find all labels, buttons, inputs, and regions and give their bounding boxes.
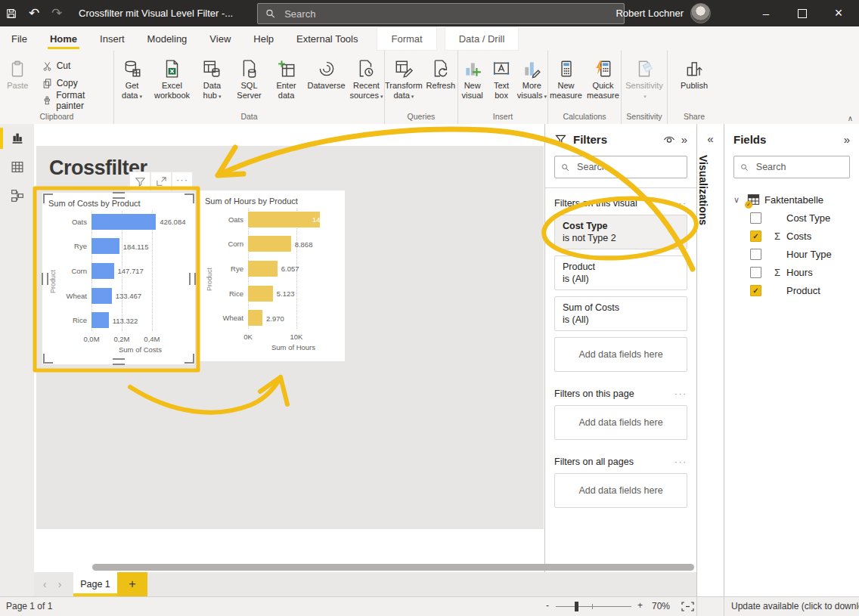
selection-handle[interactable] [43, 193, 53, 203]
bar-row[interactable]: Rice113.322 [57, 308, 189, 333]
sql-server-button[interactable]: SQL Server [231, 54, 267, 101]
page-tab[interactable]: Page 1 [73, 572, 117, 596]
field-hour-type[interactable]: Hour Type [733, 245, 850, 263]
add-data-fields-dropzone[interactable]: Add data fields here [554, 405, 687, 440]
menu-view[interactable]: View [198, 26, 242, 51]
selection-handle[interactable] [185, 354, 194, 364]
filter-card-sum-of-costs[interactable]: Sum of Costs is (All) [554, 296, 687, 331]
quick-measure-button[interactable]: Quick measure [585, 54, 621, 101]
ribbon-collapse-button[interactable]: ∧ [848, 114, 853, 122]
selection-handle[interactable] [189, 273, 196, 285]
bar-row[interactable]: Oats426.084 [57, 209, 189, 234]
excel-workbook-button[interactable]: Excel workbook [151, 54, 193, 101]
zoom-slider-track[interactable] [556, 606, 631, 607]
account-area[interactable]: Robert Lochner [616, 0, 711, 26]
bar[interactable] [91, 214, 156, 230]
bar-row[interactable]: Oats14.836 [213, 207, 339, 232]
report-view-button[interactable] [0, 124, 34, 153]
field-costs[interactable]: ✓ Σ Costs [733, 227, 850, 245]
new-measure-button[interactable]: New measure [548, 54, 584, 101]
publish-button[interactable]: Publish [676, 54, 712, 91]
bar-row[interactable]: Corn147.717 [57, 258, 189, 283]
collapse-filters-icon[interactable]: » [681, 134, 687, 145]
selection-handle[interactable] [43, 354, 53, 364]
visual-more-options-button[interactable]: ··· [172, 172, 193, 191]
preview-eye-icon[interactable] [663, 135, 675, 144]
visual-hours-by-product[interactable]: Sum of Hours by Product Product Oats14.8… [199, 190, 345, 361]
add-data-fields-dropzone[interactable]: Add data fields here [554, 337, 687, 372]
bar[interactable]: 14.836 [248, 212, 320, 228]
paste-button[interactable]: Paste [0, 54, 36, 91]
menu-home[interactable]: Home [39, 26, 88, 51]
field-hours[interactable]: Σ Hours [733, 263, 850, 281]
field-cost-type[interactable]: Cost Type [733, 209, 850, 227]
bar-row[interactable]: Corn8.868 [213, 232, 339, 257]
checkbox-unchecked[interactable] [750, 249, 761, 260]
titlebar-search[interactable] [257, 3, 625, 24]
refresh-button[interactable]: Refresh [424, 54, 457, 91]
bar[interactable] [248, 310, 262, 326]
report-canvas[interactable]: Crossfilter ··· Sum of Costs by Product … [34, 124, 544, 572]
bar[interactable] [91, 312, 109, 328]
redo-button[interactable]: ↷ [45, 0, 68, 26]
bar[interactable] [91, 263, 114, 279]
menu-modeling[interactable]: Modeling [136, 26, 199, 51]
fields-search[interactable] [733, 156, 850, 178]
recent-sources-button[interactable]: Recent sources▾ [349, 54, 384, 101]
minimize-button[interactable]: – [749, 0, 783, 26]
text-box-button[interactable]: Text box [488, 54, 514, 101]
close-button[interactable]: × [821, 0, 856, 26]
selection-handle[interactable] [113, 358, 125, 365]
get-data-button[interactable]: Get data▾ [114, 54, 150, 101]
enter-data-button[interactable]: Enter data [268, 54, 304, 101]
next-page-button[interactable]: › [52, 572, 67, 596]
visual-costs-by-product[interactable]: Sum of Costs by Product Product Oats426.… [42, 193, 195, 364]
focus-mode-button[interactable] [150, 172, 172, 191]
table-faktentabelle[interactable]: ∨ ✓ Faktentabelle [733, 190, 850, 209]
tree-expand-icon[interactable]: ∨ [733, 195, 743, 205]
zoom-in-button[interactable]: + [637, 600, 643, 611]
add-data-fields-dropzone[interactable]: Add data fields here [554, 473, 687, 508]
section-more-options[interactable]: ··· [674, 389, 687, 398]
menu-external-tools[interactable]: External Tools [285, 26, 369, 51]
model-view-button[interactable] [0, 181, 34, 210]
more-visuals-button[interactable]: More visuals▾ [516, 54, 547, 101]
prev-page-button[interactable]: ‹ [37, 572, 52, 596]
format-painter-button[interactable]: Format painter [42, 93, 113, 108]
bar-row[interactable]: Wheat133.467 [57, 283, 189, 308]
data-hub-button[interactable]: Data hub▾ [194, 54, 230, 101]
avatar[interactable] [690, 3, 711, 23]
expand-visualizations-icon[interactable]: « [697, 133, 724, 144]
bar-row[interactable]: Rye184.115 [57, 234, 189, 259]
section-more-options[interactable]: ··· [674, 199, 687, 208]
field-product[interactable]: ✓ Product [733, 281, 850, 299]
bar[interactable] [91, 288, 112, 304]
bar-row[interactable]: Rye6.057 [213, 256, 339, 281]
sensitivity-button[interactable]: Sensitivity ▾ [623, 54, 665, 101]
zoom-slider-handle[interactable] [575, 602, 578, 611]
collapse-fields-icon[interactable]: » [844, 134, 850, 145]
visual-filter-button[interactable] [129, 172, 150, 191]
copy-button[interactable]: Copy [42, 76, 113, 91]
selection-handle[interactable] [113, 192, 125, 199]
bar[interactable] [248, 261, 278, 277]
selection-handle[interactable] [42, 273, 48, 285]
fields-search-input[interactable] [755, 161, 843, 173]
filter-card-product[interactable]: Product is (All) [554, 255, 687, 290]
section-more-options[interactable]: ··· [674, 457, 687, 466]
checkbox-checked[interactable]: ✓ [750, 231, 761, 242]
bar[interactable] [91, 238, 119, 254]
filter-card-cost-type[interactable]: Cost Type is not Type 2 [554, 215, 687, 249]
horizontal-scrollbar[interactable] [92, 564, 694, 571]
checkbox-unchecked[interactable] [750, 267, 761, 278]
cut-button[interactable]: Cut [42, 58, 113, 73]
bar[interactable] [248, 236, 291, 252]
save-button[interactable] [0, 0, 23, 26]
new-page-button[interactable]: + [117, 572, 147, 596]
menu-format[interactable]: Format [377, 26, 436, 51]
fit-to-page-icon[interactable] [681, 602, 694, 611]
bar[interactable] [248, 286, 273, 302]
filters-search[interactable] [554, 156, 687, 178]
selection-handle[interactable] [185, 193, 194, 203]
menu-help[interactable]: Help [242, 26, 285, 51]
